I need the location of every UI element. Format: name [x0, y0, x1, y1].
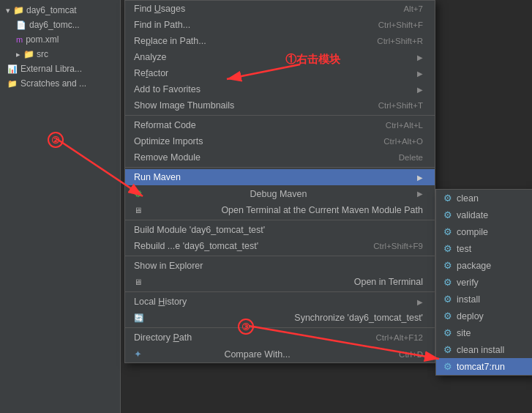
- submenu-verify[interactable]: ⚙ verify: [436, 274, 532, 291]
- gear-icon: ⚙: [443, 310, 452, 321]
- ctx-item-label: Open Terminal at the Current Maven Modul…: [221, 205, 423, 215]
- lib-icon: 📊: [7, 64, 18, 74]
- submenu-item-label: package: [457, 261, 491, 271]
- folder-icon: 📁: [13, 5, 24, 15]
- ctx-item-label: Optimize Imports: [134, 136, 203, 146]
- separator: [125, 291, 435, 292]
- ctx-open-in-terminal[interactable]: 🖥 Open in Terminal: [125, 274, 435, 290]
- ctx-show-explorer[interactable]: Show in Explorer: [125, 258, 435, 274]
- ctx-run-maven[interactable]: Run Maven ▶: [125, 169, 435, 185]
- ctx-item-label: Find Usages: [134, 4, 185, 14]
- gear-icon: ⚙: [443, 209, 452, 220]
- sidebar-item-extlib[interactable]: 📊 External Libra...: [0, 62, 120, 76]
- ctx-item-label: Refactor: [134, 68, 168, 78]
- ctx-item-label: Synchronize 'day6_tomcat_test': [294, 313, 423, 323]
- ctx-open-terminal-maven[interactable]: 🖥 Open Terminal at the Current Maven Mod…: [125, 202, 435, 218]
- sidebar-item-scratches[interactable]: 📁 Scratches and ...: [0, 76, 120, 91]
- submenu-site[interactable]: ⚙ site: [436, 324, 532, 341]
- scratches-icon: 📁: [7, 79, 18, 89]
- submenu-item-label: clean: [457, 193, 479, 204]
- ctx-local-history[interactable]: Local History ▶: [125, 294, 435, 310]
- ctx-reformat[interactable]: Reformat Code Ctrl+Alt+L: [125, 117, 435, 133]
- ctx-find-in-path[interactable]: Find in Path... Ctrl+Shift+F: [125, 17, 435, 33]
- ctx-item-label: Open in Terminal: [354, 277, 423, 287]
- submenu-deploy[interactable]: ⚙ deploy: [436, 308, 532, 324]
- ctx-replace-in-path[interactable]: Replace in Path... Ctrl+Shift+R: [125, 33, 435, 49]
- gear-icon: ⚙: [443, 361, 452, 372]
- ctx-shortcut: Alt+7: [403, 4, 423, 13]
- gear-icon: ⚙: [443, 294, 452, 305]
- sidebar-item-label: External Libra...: [20, 64, 82, 74]
- submenu-compile[interactable]: ⚙ compile: [436, 223, 532, 240]
- separator: [125, 167, 435, 168]
- ctx-find-usages[interactable]: Find Usages Alt+7: [125, 1, 435, 17]
- sidebar-item-pom[interactable]: m pom.xml: [0, 32, 120, 47]
- submenu-tomcat7-run[interactable]: ⚙ tomcat7:run: [436, 358, 532, 375]
- ctx-image-thumbnails[interactable]: Show Image Thumbnails Ctrl+Shift+T: [125, 97, 435, 114]
- ctx-build-module[interactable]: Build Module 'day6_tomcat_test': [125, 222, 435, 238]
- ctx-synchronize[interactable]: 🔄 Synchronize 'day6_tomcat_test': [125, 310, 435, 326]
- gear-icon: ⚙: [443, 327, 452, 338]
- ctx-compare-with[interactable]: ✦ Compare With... Ctrl+D: [125, 346, 435, 362]
- separator: [125, 256, 435, 256]
- ctx-item-icon: 🖥: [134, 278, 142, 286]
- sidebar-item-file[interactable]: 📄 day6_tomc...: [0, 18, 120, 32]
- sidebar-item-src[interactable]: ▸ 📁 src: [0, 47, 120, 62]
- submenu-install[interactable]: ⚙ install: [436, 291, 532, 308]
- ctx-shortcut: Delete: [399, 153, 423, 162]
- gear-icon: ⚙: [443, 243, 452, 254]
- ctx-refactor[interactable]: Refactor ▶: [125, 65, 435, 81]
- ctx-item-label: Local History: [134, 297, 187, 307]
- ctx-item-label: Find in Path...: [134, 20, 190, 30]
- ctx-item-label: Show Image Thumbnails: [134, 100, 234, 111]
- ctx-debug-maven[interactable]: ⚙ Debug Maven ▶: [125, 185, 435, 202]
- ctx-shortcut: Ctrl+Shift+R: [377, 37, 423, 45]
- submenu-item-label: compile: [457, 227, 488, 237]
- ctx-item-icon: 🖥: [134, 206, 142, 215]
- ctx-item-label: Analyze: [134, 52, 166, 62]
- ctx-analyze[interactable]: Analyze ▶: [125, 49, 435, 65]
- submenu-clean[interactable]: ⚙ clean: [436, 190, 532, 206]
- gear-icon: ⚙: [443, 226, 452, 237]
- ctx-shortcut: Ctrl+Alt+F12: [375, 333, 423, 342]
- ctx-rebuild-module[interactable]: Rebuild ...e 'day6_tomcat_test' Ctrl+Shi…: [125, 238, 435, 254]
- submenu-item-label: site: [457, 328, 471, 338]
- sidebar: ▾ 📁 day6_tomcat 📄 day6_tomc... m pom.xml…: [0, 0, 121, 413]
- submenu-item-label: install: [457, 294, 480, 305]
- separator: [125, 220, 435, 220]
- ctx-add-favorites[interactable]: Add to Favorites ▶: [125, 81, 435, 97]
- ctx-optimize-imports[interactable]: Optimize Imports Ctrl+Alt+O: [125, 133, 435, 149]
- ctx-shortcut: Ctrl+Alt+L: [386, 121, 423, 130]
- ctx-item-label: Add to Favorites: [134, 84, 201, 94]
- ctx-remove-module[interactable]: Remove Module Delete: [125, 149, 435, 165]
- submenu-test[interactable]: ⚙ test: [436, 240, 532, 257]
- ctx-item-label: Compare With...: [224, 349, 290, 360]
- gear-icon: ⚙: [443, 193, 452, 204]
- ctx-item-label: Build Module 'day6_tomcat_test': [134, 225, 265, 235]
- ctx-item-label: Directory Path: [134, 332, 192, 343]
- gear-icon: ⚙: [443, 277, 452, 288]
- ctx-shortcut: Ctrl+Alt+O: [383, 137, 423, 146]
- submenu-arrow: ▶: [417, 53, 423, 62]
- ctx-item-label: Reformat Code: [134, 120, 196, 130]
- submenu-validate[interactable]: ⚙ validate: [436, 206, 532, 223]
- ctx-item-icon: 🔄: [134, 313, 144, 323]
- context-menu: Find Usages Alt+7 Find in Path... Ctrl+S…: [124, 0, 435, 363]
- sidebar-item-label: pom.xml: [26, 34, 59, 45]
- sidebar-item-project[interactable]: ▾ 📁 day6_tomcat: [0, 3, 120, 18]
- ctx-item-label: Debug Maven: [250, 189, 307, 199]
- submenu-item-label: deploy: [457, 311, 484, 321]
- ctx-item-icon: ✦: [134, 349, 142, 360]
- submenu-item-label: validate: [457, 210, 488, 220]
- submenu-arrow: ▶: [417, 298, 423, 306]
- ctx-directory-path[interactable]: Directory Path Ctrl+Alt+F12: [125, 330, 435, 346]
- maven-submenu: ⚙ clean ⚙ validate ⚙ compile ⚙ test ⚙ pa…: [435, 189, 532, 376]
- submenu-package[interactable]: ⚙ package: [436, 257, 532, 274]
- ctx-item-label: Show in Explorer: [134, 261, 203, 271]
- submenu-clean-install[interactable]: ⚙ clean install: [436, 341, 532, 358]
- arrow-icon: ▸: [16, 50, 20, 59]
- submenu-item-label: test: [457, 244, 471, 254]
- sidebar-item-label: src: [37, 49, 48, 59]
- pom-icon: m: [16, 35, 23, 44]
- arrow-icon: ▾: [6, 6, 10, 15]
